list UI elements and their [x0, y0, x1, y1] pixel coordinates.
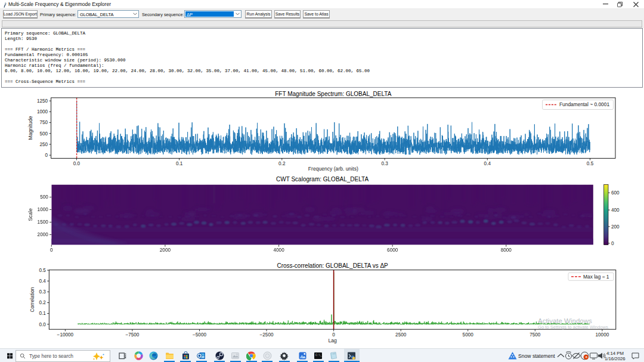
- svg-text:0.4: 0.4: [39, 279, 46, 284]
- svg-text:0.0: 0.0: [73, 161, 80, 166]
- svg-text:Lag: Lag: [328, 338, 337, 344]
- svg-text:8000: 8000: [501, 247, 512, 253]
- svg-text:0.1: 0.1: [39, 311, 46, 316]
- svg-text:−5000: −5000: [193, 332, 206, 338]
- svg-text:10000: 10000: [596, 332, 609, 338]
- svg-text:1250: 1250: [37, 98, 48, 104]
- svg-text:4000: 4000: [273, 247, 284, 253]
- svg-text:0: 0: [45, 153, 48, 158]
- svg-text:Cross-correlation: GLOBAL_DELT: Cross-correlation: GLOBAL_DELTA vs ΔP: [277, 262, 388, 269]
- svg-text:500: 500: [40, 194, 48, 200]
- svg-text:Activate Windows: Activate Windows: [538, 317, 592, 324]
- svg-text:400: 400: [611, 208, 620, 213]
- svg-text:600: 600: [611, 190, 620, 196]
- svg-text:1500: 1500: [38, 219, 49, 225]
- svg-text:FFT Magnitude Spectrum: GLOBAL: FFT Magnitude Spectrum: GLOBAL_DELTA: [275, 91, 391, 97]
- svg-text:1000: 1000: [37, 109, 48, 115]
- svg-text:0: 0: [50, 247, 53, 253]
- svg-text:0: 0: [332, 332, 335, 338]
- svg-text:−10000: −10000: [57, 332, 74, 338]
- svg-text:0.4: 0.4: [484, 161, 491, 166]
- svg-text:2000: 2000: [38, 232, 49, 237]
- svg-text:Correlation: Correlation: [29, 287, 35, 312]
- svg-text:Frequency (arb. units): Frequency (arb. units): [308, 166, 358, 172]
- svg-text:Magnitude: Magnitude: [27, 116, 33, 140]
- svg-text:500: 500: [39, 131, 48, 137]
- svg-text:0.5: 0.5: [587, 161, 594, 166]
- svg-text:0.0: 0.0: [39, 322, 46, 327]
- svg-text:5000: 5000: [463, 332, 474, 338]
- svg-text:Go to Settings to activate Win: Go to Settings to activate Windows.: [538, 324, 609, 330]
- svg-text:−2500: −2500: [260, 332, 274, 338]
- svg-text:6000: 6000: [387, 247, 398, 253]
- svg-text:250: 250: [39, 142, 48, 147]
- svg-text:0.1: 0.1: [176, 161, 183, 166]
- svg-text:Scale: Scale: [27, 208, 33, 221]
- svg-text:0.2: 0.2: [278, 161, 286, 166]
- svg-text:2500: 2500: [395, 332, 407, 338]
- svg-text:0.5: 0.5: [39, 268, 46, 273]
- svg-text:200: 200: [611, 224, 620, 230]
- svg-text:0.2: 0.2: [39, 300, 46, 305]
- svg-text:7500: 7500: [530, 332, 541, 338]
- svg-text:2000: 2000: [160, 247, 171, 253]
- svg-text:1000: 1000: [38, 207, 49, 212]
- svg-text:Fundamental ~ 0.0001: Fundamental ~ 0.0001: [559, 101, 609, 107]
- svg-text:750: 750: [39, 120, 48, 125]
- svg-text:−7500: −7500: [125, 332, 139, 338]
- svg-text:C:\_: C:\_: [315, 354, 322, 357]
- svg-text:CWT Scalogram: GLOBAL_DELTA: CWT Scalogram: GLOBAL_DELTA: [276, 176, 369, 182]
- svg-text:0.3: 0.3: [39, 289, 46, 295]
- svg-text:0: 0: [611, 241, 614, 246]
- svg-text:0.3: 0.3: [381, 161, 388, 166]
- svg-text:Max lag = 1: Max lag = 1: [583, 274, 609, 280]
